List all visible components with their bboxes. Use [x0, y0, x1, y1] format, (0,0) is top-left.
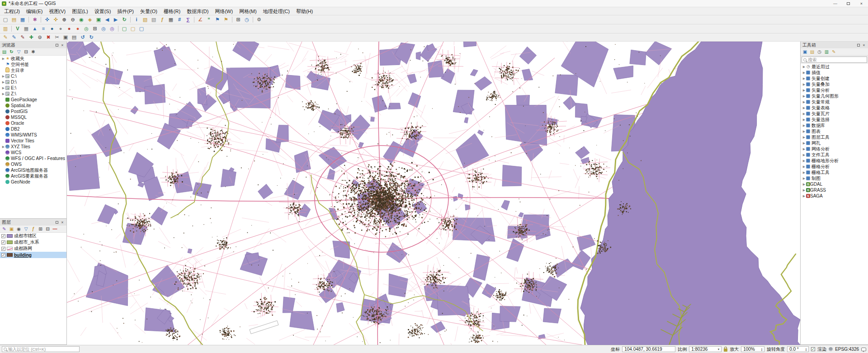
identify-features-button[interactable]: i: [132, 16, 141, 24]
menu-item-11[interactable]: 地理处理(C): [260, 7, 293, 15]
expand-arrow-icon[interactable]: ▶: [802, 141, 806, 145]
toolbox-group-14[interactable]: ▶网络分析: [801, 146, 868, 152]
toolbox-group-1[interactable]: ▶插值: [801, 70, 868, 75]
expand-arrow-icon[interactable]: ▶: [1, 145, 5, 149]
browser-item-5[interactable]: ▶E:\: [0, 85, 66, 91]
filter-legend-button[interactable]: ▽: [23, 226, 29, 232]
open-project-button[interactable]: ▤: [10, 16, 18, 24]
browser-item-21[interactable]: GeoNode: [0, 179, 66, 185]
menu-item-0[interactable]: 工程(J): [1, 7, 23, 15]
map-tips-button[interactable]: “: [205, 16, 213, 24]
messages-icon[interactable]: [861, 348, 866, 351]
add-xyz-layer-button[interactable]: ⊞: [91, 25, 99, 33]
expand-arrow-icon[interactable]: ▶: [802, 124, 806, 127]
menu-item-6[interactable]: 矢量(O): [137, 7, 160, 15]
expand-arrow-icon[interactable]: ▶: [1, 57, 5, 61]
menu-item-7[interactable]: 栅格(R): [160, 7, 184, 15]
data-source-manager-button[interactable]: ▥: [1, 25, 9, 33]
panel-close-icon[interactable]: ×: [862, 43, 866, 47]
results-viewer-button[interactable]: ▥: [823, 49, 830, 55]
edit-features-in-place-button[interactable]: ✎: [830, 49, 837, 55]
expand-arrow-icon[interactable]: ▶: [1, 86, 5, 90]
paste-features-button[interactable]: ▤: [70, 34, 78, 41]
expand-arrow-icon[interactable]: ▶: [802, 177, 806, 180]
processing-history-button[interactable]: ◷: [816, 49, 823, 55]
panel-close-icon[interactable]: ×: [60, 43, 65, 47]
remove-layer-button[interactable]: —: [52, 226, 58, 232]
browser-item-1[interactable]: ⚑空间书签: [0, 61, 66, 67]
expand-arrow-icon[interactable]: ▶: [1, 75, 5, 78]
toolbox-group-11[interactable]: ▶图表: [801, 128, 868, 134]
expand-arrow-icon[interactable]: ▶: [802, 65, 806, 69]
refresh-map-button[interactable]: ↻: [120, 16, 128, 24]
undo-button[interactable]: ↺: [79, 34, 87, 41]
panel-float-icon[interactable]: [856, 43, 861, 47]
browser-item-14[interactable]: Vector Tiles: [0, 138, 66, 144]
toolbox-group-20[interactable]: ▶GGDAL: [801, 181, 868, 187]
map-canvas[interactable]: [67, 42, 800, 345]
new-project-button[interactable]: ▢: [1, 16, 9, 24]
toolbox-group-12[interactable]: ▶图层工具: [801, 134, 868, 140]
browser-item-20[interactable]: ArcGIS要素服务器: [0, 173, 66, 179]
measure-line-button[interactable]: ∠: [196, 16, 204, 24]
add-wcs-layer-button[interactable]: ◎: [108, 25, 116, 33]
expand-arrow-icon[interactable]: ▶: [802, 147, 806, 151]
delete-selected-button[interactable]: ✖: [44, 34, 52, 41]
toolbox-group-8[interactable]: ▶矢量瓦片: [801, 111, 868, 117]
browser-item-7[interactable]: GeoPackage: [0, 97, 66, 103]
toolbox-group-15[interactable]: ▶文件工具: [801, 152, 868, 158]
panel-float-icon[interactable]: [55, 220, 59, 225]
expand-arrow-icon[interactable]: ▶: [802, 106, 806, 110]
manage-map-themes-button[interactable]: ◉: [15, 226, 22, 232]
field-calculator-button[interactable]: #: [175, 16, 184, 24]
layer-row[interactable]: ✓成都市_水系: [0, 239, 66, 245]
render-checkbox[interactable]: ✓: [811, 347, 815, 351]
save-project-button[interactable]: ▦: [19, 16, 27, 24]
collapse-all-button[interactable]: ⊟: [44, 226, 51, 232]
browser-item-4[interactable]: ▶D:\: [0, 79, 66, 85]
layer-row[interactable]: ✓成都路网: [0, 245, 66, 252]
expand-arrow-icon[interactable]: ▶: [802, 188, 806, 192]
toolbox-search-input[interactable]: [808, 57, 865, 62]
open-layer-styling-button[interactable]: ✎: [1, 226, 8, 232]
save-layer-edits-button[interactable]: ✎: [19, 34, 27, 41]
spinner-arrows-icon[interactable]: ▴▾: [806, 348, 807, 351]
add-oracle-layer-button[interactable]: ●: [74, 25, 82, 33]
new-map-view-button[interactable]: ⊞: [234, 16, 242, 24]
scale-combo[interactable]: 1:80236 ▾: [689, 346, 722, 352]
new-geopackage-layer-button[interactable]: ▢: [120, 25, 128, 33]
lock-scale-icon[interactable]: [724, 348, 727, 352]
zoom-out-button[interactable]: ⊖: [69, 16, 77, 24]
menu-item-9[interactable]: 网络(W): [212, 7, 236, 15]
expand-arrow-icon[interactable]: ▶: [802, 136, 806, 139]
expand-arrow-icon[interactable]: ▶: [1, 92, 5, 96]
filter-by-expression-button[interactable]: ƒ: [30, 226, 37, 232]
toolbox-group-2[interactable]: ▶矢量创建: [801, 75, 868, 81]
menu-item-3[interactable]: 图层(L): [69, 7, 91, 15]
browser-item-0[interactable]: ▶★收藏夹: [0, 56, 66, 61]
deselect-features-button[interactable]: ▧: [150, 16, 158, 24]
browser-item-6[interactable]: ▶Z:\: [0, 91, 66, 97]
menu-item-8[interactable]: 数据库(D): [184, 7, 212, 15]
window-close-button[interactable]: ×: [855, 0, 868, 7]
toolbox-group-10[interactable]: ▶数据库: [801, 122, 868, 128]
add-wms-layer-button[interactable]: ◎: [82, 25, 90, 33]
browser-add-selected-layers-button[interactable]: ▤: [1, 49, 8, 55]
vertex-tool-button[interactable]: ⊙: [36, 34, 44, 41]
select-features-button[interactable]: ▧: [141, 16, 149, 24]
toolbox-search-box[interactable]: [802, 56, 867, 63]
options-button[interactable]: ⚙: [255, 16, 263, 24]
expand-arrow-icon[interactable]: ▶: [802, 77, 806, 80]
zoom-next-button[interactable]: ▶: [112, 16, 120, 24]
toolbox-group-21[interactable]: ▶GGRASS: [801, 187, 868, 193]
browser-item-3[interactable]: ▶C:\: [0, 73, 66, 79]
rotation-spinbox[interactable]: 0.0 ° ▴▾: [787, 346, 809, 352]
locator-input[interactable]: [8, 347, 78, 352]
expand-arrow-icon[interactable]: ▶: [802, 118, 806, 122]
layer-visibility-checkbox[interactable]: ✓: [1, 247, 5, 251]
toolbox-group-7[interactable]: ▶矢量表格: [801, 105, 868, 111]
toggle-editing-button[interactable]: ✎: [10, 34, 18, 41]
expand-arrow-icon[interactable]: ▶: [802, 183, 806, 186]
open-model-button[interactable]: ▤: [809, 49, 816, 55]
toolbox-group-4[interactable]: ▶矢量分析: [801, 87, 868, 93]
